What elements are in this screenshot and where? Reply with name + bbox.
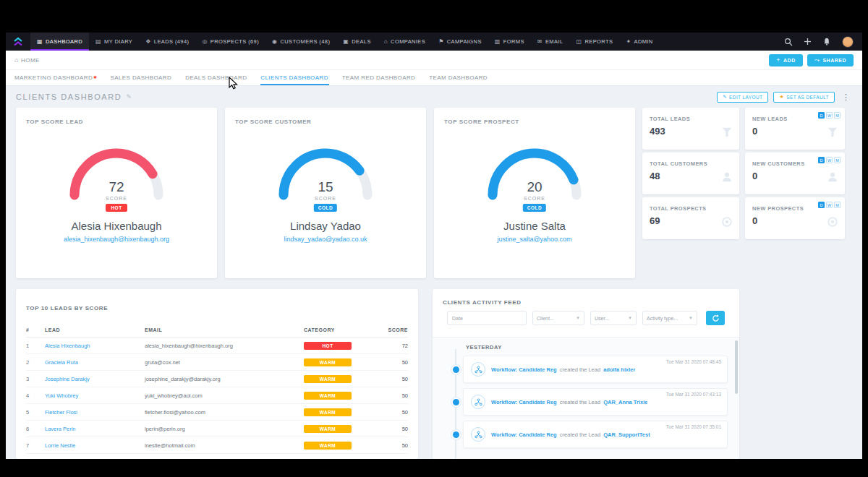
activity-actor-link[interactable]: Workflow: Candidate Reg: [491, 399, 557, 405]
gauge-value: 72: [16, 179, 217, 195]
gauge-score-label: SCORE: [16, 196, 217, 201]
dashboard-tab[interactable]: TEAM DASHBOARD: [429, 71, 488, 85]
nav-item[interactable]: ❖ LEADS (494): [139, 33, 195, 51]
period-toggles: DWM: [818, 202, 841, 208]
activity-entry[interactable]: Workflow: Candidate Reg created the Lead…: [463, 388, 728, 416]
toggle-week[interactable]: W: [826, 112, 833, 119]
admin-icon: ✦: [626, 38, 631, 45]
refresh-button[interactable]: [706, 311, 725, 325]
nav-item[interactable]: ▥ FORMS: [488, 33, 531, 51]
activity-entry[interactable]: Workflow: Candidate Reg created the Lead…: [463, 421, 728, 448]
gauge-value: 15: [225, 179, 426, 195]
edit-layout-button[interactable]: ✎ EDIT LAYOUT: [717, 92, 768, 103]
breadcrumb[interactable]: ⌂ HOME: [14, 56, 40, 64]
score-badge: HOT: [106, 204, 127, 212]
stat-value: 493: [650, 126, 665, 137]
lead-score: 50: [373, 421, 408, 437]
activity-actor-link[interactable]: Workflow: Candidate Reg: [491, 431, 557, 438]
nav-item[interactable]: ◎ PROSPECTS (69): [195, 33, 265, 51]
stat-value: 0: [752, 171, 757, 181]
toggle-week[interactable]: W: [826, 202, 833, 208]
table-row: 7 Lorrie Nestle lnestle@hotmail.com WARM…: [26, 437, 408, 454]
lead-name-link[interactable]: Yuki Whobrey: [45, 392, 78, 399]
lead-name-link[interactable]: Graciela Ruta: [45, 359, 78, 366]
nav-item-label: EMAIL: [545, 38, 563, 45]
contact-name: Justine Salta: [434, 220, 635, 232]
toggle-day[interactable]: D: [818, 202, 825, 208]
app-window: ▦ DASHBOARD ▤ MY DIARY ❖ LEADS (494) ◎ P…: [6, 33, 862, 459]
add-quick-icon[interactable]: [804, 38, 812, 46]
search-icon[interactable]: [784, 38, 793, 46]
lead-name-link[interactable]: Lorrie Nestle: [45, 442, 76, 449]
activity-entry[interactable]: Workflow: Candidate Reg created the Lead…: [463, 356, 728, 383]
dashboard-tab[interactable]: TEAM RED DASHBOARD: [342, 71, 416, 85]
lead-name-link[interactable]: Fletcher Flosi: [45, 409, 77, 416]
table-row: 6 Lavera Perin lperin@perin.org WARM 50: [26, 421, 408, 437]
toggle-day[interactable]: D: [818, 112, 825, 119]
target-icon: [827, 216, 838, 231]
pencil-icon: ✎: [723, 94, 727, 100]
client-filter-select[interactable]: Client... ▼: [532, 311, 584, 325]
activity-filters: Client... ▼ User... ▼ Activity type... ▼: [447, 311, 725, 325]
edit-title-icon[interactable]: ✎: [126, 93, 132, 100]
nav-item[interactable]: ▣ DEALS: [336, 33, 378, 51]
app-logo[interactable]: [6, 33, 30, 51]
prospects-icon: ◎: [202, 38, 207, 45]
dashboard-tab[interactable]: CLIENTS DASHBOARD: [260, 71, 328, 85]
activity-type-filter-select[interactable]: Activity type... ▼: [642, 311, 697, 325]
nav-item[interactable]: ✉ EMAIL: [531, 33, 570, 51]
add-button[interactable]: + ADD: [769, 54, 802, 66]
contact-email-link[interactable]: lindsay_yadao@yadao.co.uk: [225, 236, 426, 243]
col-header-score: SCORE: [373, 324, 408, 338]
activity-target-link[interactable]: QAR_SupportTest: [603, 431, 650, 438]
activity-target-link[interactable]: adolfa hixler: [603, 366, 635, 373]
nav-item[interactable]: ▦ DASHBOARD: [30, 33, 89, 51]
funnel-icon: [721, 126, 733, 141]
nav-item[interactable]: ⚑ CAMPAIGNS: [432, 33, 488, 51]
category-badge: WARM: [304, 408, 352, 416]
activity-actor-link[interactable]: Workflow: Candidate Reg: [491, 366, 557, 373]
gauge-score-label: SCORE: [434, 196, 635, 201]
contact-email-link[interactable]: alesia_hixenbaugh@hixenbaugh.org: [16, 236, 217, 243]
user-avatar[interactable]: [842, 36, 854, 48]
timeline-dot-icon: [453, 431, 459, 438]
nav-item[interactable]: ◉ CUSTOMERS (48): [265, 33, 336, 51]
col-header-lead: LEAD: [45, 324, 145, 338]
row-number: 3: [26, 371, 45, 387]
date-filter-input[interactable]: [447, 311, 527, 325]
toggle-day[interactable]: D: [818, 157, 825, 163]
user-filter-select[interactable]: User... ▼: [590, 311, 637, 325]
activity-target-link[interactable]: QAR_Anna Trixie: [603, 399, 647, 405]
client-filter-value: Client...: [537, 316, 554, 321]
activity-action: created the Lead: [560, 366, 600, 373]
lead-name-link[interactable]: Alesia Hixenbaugh: [45, 343, 90, 349]
shared-button[interactable]: ⤳ SHARED: [807, 54, 854, 66]
lead-score: 50: [373, 387, 408, 404]
set-default-button[interactable]: ★ SET AS DEFAULT: [773, 92, 835, 103]
lead-name-link[interactable]: Lavera Perin: [45, 426, 76, 432]
dashboard-tab[interactable]: SALES DASHBOARD: [111, 71, 173, 85]
toggle-month[interactable]: M: [834, 112, 841, 119]
table-row: 1 Alesia Hixenbaugh alesia_hixenbaugh@hi…: [26, 338, 408, 354]
contact-email-link[interactable]: justine_salta@yahoo.com: [434, 236, 635, 243]
nav-item[interactable]: ◫ REPORTS: [569, 33, 619, 51]
navbar-items: ▦ DASHBOARD ▤ MY DIARY ❖ LEADS (494) ◎ P…: [30, 33, 660, 51]
nav-item[interactable]: ⌂ COMPANIES: [378, 33, 432, 51]
nav-item[interactable]: ▤ MY DIARY: [89, 33, 139, 51]
scrollbar-thumb[interactable]: [735, 340, 738, 394]
toggle-week[interactable]: W: [826, 157, 833, 163]
notifications-bell-icon[interactable]: [822, 37, 831, 46]
toggle-month[interactable]: M: [834, 202, 841, 208]
kebab-menu-icon[interactable]: ⋮: [840, 93, 852, 102]
row-number: 4: [26, 387, 45, 404]
dashboard-tab[interactable]: DEALS DASHBOARD: [185, 71, 247, 85]
dashboard-tab[interactable]: MARKETING DASHBOARD✱: [14, 71, 98, 85]
row-number: 2: [26, 354, 45, 371]
toggle-month[interactable]: M: [834, 157, 841, 163]
stat-title: NEW LEADS: [752, 116, 788, 122]
lead-name-link[interactable]: Josephine Darakjy: [45, 376, 90, 382]
stat-value: 48: [650, 171, 660, 181]
logo-icon: [12, 36, 25, 48]
nav-item[interactable]: ✦ ADMIN: [619, 33, 659, 51]
card-title: TOP SCORE PROSPECT: [444, 119, 519, 125]
